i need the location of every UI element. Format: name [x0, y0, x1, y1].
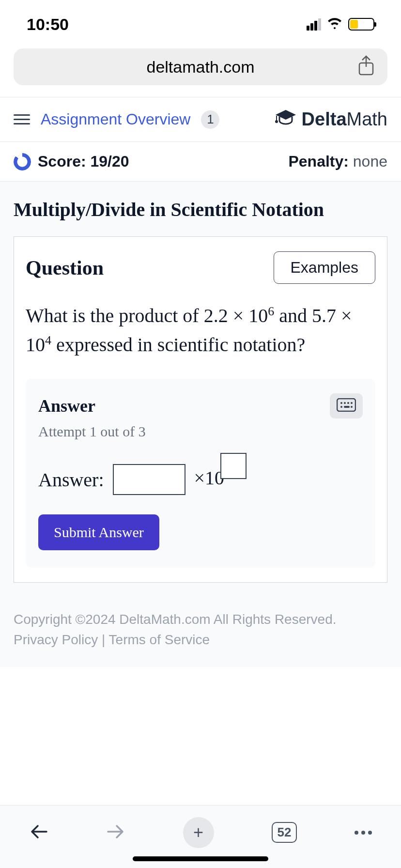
loading-spinner-icon — [14, 153, 31, 170]
svg-point-6 — [347, 402, 349, 404]
coefficient-input[interactable] — [113, 464, 185, 495]
notification-badge: 1 — [201, 110, 219, 129]
new-tab-button[interactable]: + — [183, 817, 214, 848]
share-icon[interactable] — [357, 55, 375, 78]
nav-left: Assignment Overview 1 — [14, 110, 219, 129]
footer: Copyright ©2024 DeltaMath.com All Rights… — [0, 583, 401, 667]
question-body: What is the product of 2.2 × 106 and 5.7… — [26, 301, 375, 359]
graduation-cap-icon — [275, 109, 297, 130]
answer-head: Answer — [38, 393, 363, 418]
q-times-1: × — [228, 305, 249, 326]
status-right — [307, 16, 374, 32]
home-indicator[interactable] — [133, 856, 268, 861]
status-time: 10:50 — [27, 15, 69, 34]
deltamath-logo[interactable]: DeltaMath — [275, 109, 387, 130]
battery-icon — [348, 18, 374, 31]
footer-links[interactable]: Privacy Policy | Terms of Service — [14, 632, 387, 648]
svg-point-5 — [344, 402, 346, 404]
penalty-text: Penalty: none — [288, 153, 387, 170]
q-ten-2: 10 — [26, 334, 45, 356]
back-button[interactable] — [29, 823, 48, 842]
q-exp-1: 6 — [268, 304, 274, 318]
status-bar: 10:50 — [0, 0, 401, 48]
copyright-text: Copyright ©2024 DeltaMath.com All Rights… — [14, 612, 387, 627]
q-times-2: × — [336, 305, 352, 326]
cellular-icon — [307, 18, 321, 31]
logo-math: Math — [347, 109, 387, 129]
assignment-overview-link[interactable]: Assignment Overview — [41, 110, 190, 128]
penalty-label: Penalty: — [288, 153, 348, 170]
exponent-input[interactable] — [220, 453, 247, 479]
nav-header: Assignment Overview 1 DeltaMath — [0, 97, 401, 142]
content: Multiply/Divide in Scientific Notation Q… — [0, 182, 401, 583]
question-card: Question Examples What is the product of… — [14, 236, 387, 583]
q-coef-1: 2.2 — [204, 305, 228, 326]
svg-point-8 — [340, 406, 342, 408]
logo-delta: Delta — [302, 109, 347, 129]
svg-point-9 — [351, 406, 353, 408]
penalty-value: none — [349, 153, 387, 170]
submit-answer-button[interactable]: Submit Answer — [38, 514, 159, 550]
question-header: Question Examples — [26, 251, 375, 284]
svg-rect-10 — [344, 406, 350, 408]
url-bar[interactable]: deltamath.com — [14, 48, 387, 85]
answer-input-row: Answer: ×10 — [38, 464, 363, 495]
page-title: Multiply/Divide in Scientific Notation — [14, 198, 387, 221]
svg-rect-3 — [337, 399, 355, 411]
url-text: deltamath.com — [147, 58, 255, 77]
answer-label: Answer: — [38, 468, 104, 491]
tabs-button[interactable]: 52 — [272, 822, 297, 843]
times-ten-label: ×10 — [194, 466, 225, 489]
more-icon[interactable] — [355, 831, 372, 835]
answer-box: Answer Attempt 1 out of 3 Answer: ×10 Su… — [26, 379, 375, 568]
score-row: Score: 19/20 Penalty: none — [0, 142, 401, 182]
q-text-1: What is the product of — [26, 305, 204, 326]
score-text: Score: 19/20 — [38, 153, 129, 170]
q-coef-2: 5.7 — [312, 305, 336, 326]
answer-heading: Answer — [38, 396, 95, 416]
q-ten-1: 10 — [248, 305, 268, 326]
q-and: and — [274, 305, 312, 326]
examples-button[interactable]: Examples — [274, 251, 376, 284]
svg-point-7 — [351, 402, 353, 404]
svg-point-4 — [340, 402, 342, 404]
question-heading: Question — [26, 256, 104, 279]
attempt-text: Attempt 1 out of 3 — [38, 423, 363, 440]
keyboard-icon[interactable] — [330, 393, 363, 418]
forward-button[interactable] — [106, 823, 125, 842]
wifi-icon — [327, 16, 342, 32]
q-text-2: expressed in scientific notation? — [51, 334, 305, 356]
menu-icon[interactable] — [14, 114, 30, 124]
score-left: Score: 19/20 — [14, 153, 129, 170]
q-exp-2: 4 — [45, 333, 51, 347]
